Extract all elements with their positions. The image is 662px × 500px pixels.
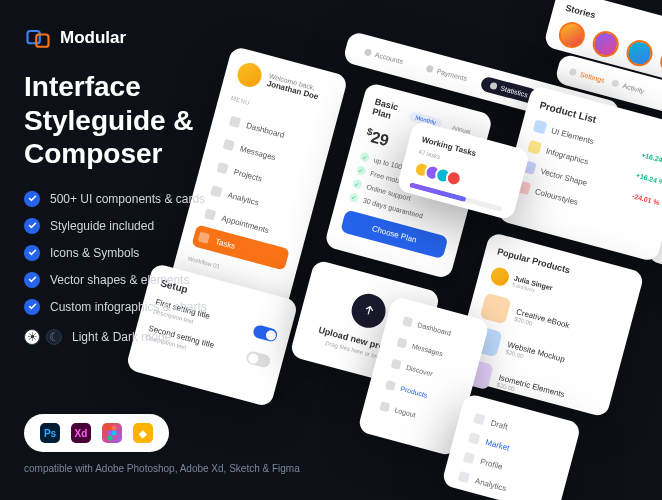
check-icon: ✓ — [359, 152, 370, 163]
svg-rect-1 — [36, 35, 48, 47]
photoshop-icon: Ps — [40, 423, 60, 443]
feature-list: 500+ UI components & cards Styleguide in… — [24, 191, 284, 315]
swatch-icon — [533, 120, 548, 135]
feature-item: Custom infographics & charts — [24, 299, 284, 315]
check-icon — [24, 299, 40, 315]
avatar — [489, 266, 511, 288]
activity-icon — [611, 79, 620, 88]
toggle-switch — [245, 350, 272, 369]
story-avatar — [556, 19, 588, 51]
svg-point-6 — [108, 436, 113, 441]
check-icon — [24, 272, 40, 288]
figma-icon — [102, 423, 122, 443]
bag-icon — [385, 380, 396, 391]
tool-accounts: Accounts — [354, 41, 414, 70]
feature-item: Styleguide included — [24, 218, 284, 234]
chart-icon — [489, 81, 498, 90]
svg-rect-0 — [28, 31, 40, 43]
profile-icon — [463, 452, 475, 464]
check-icon — [24, 245, 40, 261]
feature-item: Vector shapes & elements — [24, 272, 284, 288]
market-icon — [468, 432, 480, 444]
grid-icon — [402, 316, 413, 327]
logo-mark-icon — [24, 24, 52, 52]
draft-icon — [473, 413, 485, 425]
brand-logo: Modular — [24, 24, 284, 52]
logout-icon — [379, 401, 390, 412]
tab-settings: Settings — [569, 67, 606, 83]
page-headline: Interface Styleguide & Composer — [24, 70, 284, 171]
thumb-icon — [480, 293, 512, 325]
user-icon — [364, 48, 373, 57]
upload-icon — [348, 290, 390, 332]
check-icon — [24, 218, 40, 234]
brand-name: Modular — [60, 28, 126, 48]
gear-icon — [569, 67, 578, 76]
tool-payments: Payments — [416, 58, 478, 88]
svg-point-5 — [112, 431, 117, 436]
mode-label: Light & Dark mode — [72, 330, 171, 344]
check-icon: ✓ — [356, 165, 367, 176]
check-icon — [24, 191, 40, 207]
tab-activity: Activity — [611, 79, 645, 94]
feature-item: 500+ UI components & cards — [24, 191, 284, 207]
story-avatar — [590, 28, 622, 60]
analytics-icon — [458, 471, 470, 483]
feature-item: Icons & Symbols — [24, 245, 284, 261]
compass-icon — [391, 359, 402, 370]
mode-row: ☀ ☾ Light & Dark mode — [24, 329, 284, 345]
sun-icon: ☀ — [24, 329, 40, 345]
card-icon — [425, 64, 434, 73]
check-icon: ✓ — [352, 179, 363, 190]
plan-title: Basic Plan — [371, 97, 412, 126]
moon-icon: ☾ — [46, 329, 62, 345]
story-avatar — [657, 46, 662, 78]
check-icon: ✓ — [348, 192, 359, 203]
svg-point-3 — [112, 426, 117, 431]
swatch-icon — [527, 140, 542, 155]
chat-icon — [396, 338, 407, 349]
xd-icon: Xd — [71, 423, 91, 443]
story-avatar — [624, 37, 656, 69]
